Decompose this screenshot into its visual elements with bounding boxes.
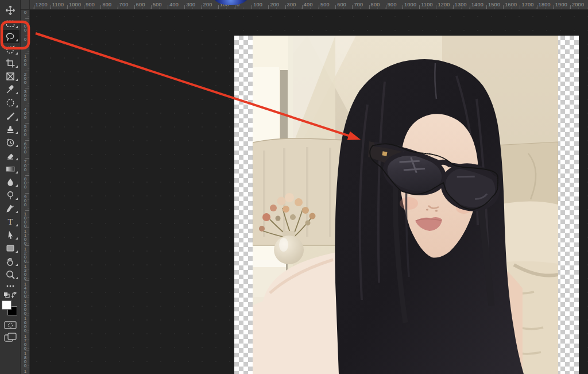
object-selection-tool[interactable]	[1, 43, 20, 56]
swap-colors-button[interactable]	[1, 291, 20, 299]
ruler-v-tick	[25, 210, 29, 211]
ruler-v-label: 1700	[23, 334, 28, 350]
ruler-v-tick	[25, 228, 29, 228]
ruler-h-label: 2000	[572, 2, 584, 7]
ruler-h-tick	[319, 5, 319, 9]
ruler-h-label: 1200	[438, 2, 450, 7]
ruler-h-tick	[486, 5, 487, 9]
zoom-tool[interactable]	[1, 268, 20, 281]
ruler-v-tick	[25, 263, 29, 263]
ruler-v-label: 1600	[23, 317, 28, 333]
ruler-h-tick	[218, 5, 219, 9]
ruler-h-tick	[470, 5, 470, 9]
ruler-h-tick	[235, 5, 235, 9]
ruler-v-label: 500	[23, 125, 28, 137]
ruler-v-tick	[25, 158, 29, 159]
ruler-v-tick	[25, 36, 29, 36]
eraser-tool[interactable]	[1, 149, 20, 162]
ruler-h-tick	[151, 5, 152, 9]
crop-tool[interactable]	[1, 56, 20, 70]
ruler-v-tick	[25, 315, 29, 315]
dodge-tool[interactable]	[1, 188, 20, 202]
ruler-h-tick	[100, 5, 101, 9]
ruler-h-label: 600	[136, 2, 145, 7]
ruler-v-tick	[25, 245, 29, 246]
rectangle-tool[interactable]	[1, 241, 20, 255]
ruler-v-tick	[25, 53, 29, 53]
ruler-h-label: 1000	[404, 2, 416, 7]
ruler-v-tick	[25, 88, 29, 88]
foreground-color-swatch[interactable]	[2, 300, 11, 310]
ruler-v-tick	[25, 298, 29, 298]
ruler-h-tick	[570, 5, 571, 9]
ruler-v-label: 1100	[23, 229, 28, 245]
ruler-h-tick	[268, 5, 269, 9]
ruler-v-tick	[25, 140, 29, 141]
frame-tool[interactable]	[1, 70, 20, 83]
ruler-h-tick	[453, 5, 454, 9]
ruler-h-label: 800	[371, 2, 380, 7]
ruler-h-label: 300	[287, 2, 296, 7]
lasso-tool[interactable]	[1, 30, 20, 43]
history-brush-tool[interactable]	[1, 136, 20, 149]
ruler-v-tick	[25, 368, 29, 368]
ruler-h-tick	[252, 5, 252, 9]
ruler-h-label: 400	[304, 2, 313, 7]
blush-left	[400, 197, 418, 210]
ruler-v-label: 300	[23, 90, 28, 102]
horizontal-ruler[interactable]: 1200110010009008007006005004003002001000…	[30, 0, 588, 10]
ruler-h-tick	[67, 5, 68, 9]
screen-mode-button[interactable]	[1, 333, 20, 342]
vertical-ruler[interactable]: 2001000100200300400500600700800900100011…	[21, 10, 30, 374]
gradient-tool[interactable]	[1, 162, 20, 175]
toolbar: T	[0, 0, 21, 374]
blur-tool[interactable]	[1, 175, 20, 188]
eyedropper-tool[interactable]	[1, 83, 20, 96]
ruler-h-tick	[285, 5, 286, 9]
ruler-h-tick	[436, 5, 436, 9]
spot-healing-tool[interactable]	[1, 96, 20, 109]
ruler-h-tick	[386, 5, 386, 9]
ruler-h-label: 100	[253, 2, 262, 7]
type-tool[interactable]: T	[1, 215, 20, 228]
clone-stamp-tool[interactable]	[1, 122, 20, 136]
pen-tool[interactable]	[1, 202, 20, 215]
color-swatches[interactable]	[2, 300, 19, 317]
marquee-tool[interactable]	[1, 17, 20, 30]
ruler-v-label: 1900	[23, 369, 28, 374]
ruler-v-tick	[25, 193, 29, 194]
ruler-h-label: 600	[337, 2, 346, 7]
more-options-button[interactable]	[1, 283, 20, 289]
ruler-h-tick	[134, 5, 135, 9]
ruler-h-tick	[503, 5, 504, 9]
ruler-h-label: 500	[153, 2, 162, 7]
document-canvas[interactable]	[234, 36, 579, 374]
path-selection-tool[interactable]	[1, 228, 20, 241]
ruler-v-label: 1400	[23, 282, 28, 298]
ruler-h-label: 1800	[539, 2, 551, 7]
hand-tool[interactable]	[1, 255, 20, 268]
quick-mask-button[interactable]	[1, 321, 20, 329]
toolbar-tools: T	[0, 3, 20, 281]
ruler-h-label: 1100	[52, 2, 64, 7]
ruler-h-label: 300	[186, 2, 195, 7]
gold-logo	[382, 151, 387, 156]
ruler-v-tick	[25, 106, 29, 106]
ruler-h-tick	[403, 5, 403, 9]
ruler-v-label: 1200	[23, 247, 28, 263]
ruler-h-tick	[335, 5, 336, 9]
photo-layer[interactable]	[253, 36, 558, 374]
ruler-v-label: 1800	[23, 352, 28, 368]
ruler-v-tick	[25, 18, 29, 19]
ruler-h-label: 500	[320, 2, 330, 7]
ruler-h-tick	[369, 5, 370, 9]
ruler-h-label: 800	[102, 2, 111, 7]
svg-text:T: T	[8, 217, 13, 226]
ruler-h-label: 900	[86, 2, 95, 7]
ruler-h-tick	[352, 5, 353, 9]
ruler-h-label: 400	[169, 2, 179, 7]
move-tool[interactable]	[1, 3, 20, 17]
brush-tool[interactable]	[1, 109, 20, 122]
ruler-h-label: 1000	[69, 2, 81, 7]
ruler-v-label: 600	[23, 142, 28, 154]
